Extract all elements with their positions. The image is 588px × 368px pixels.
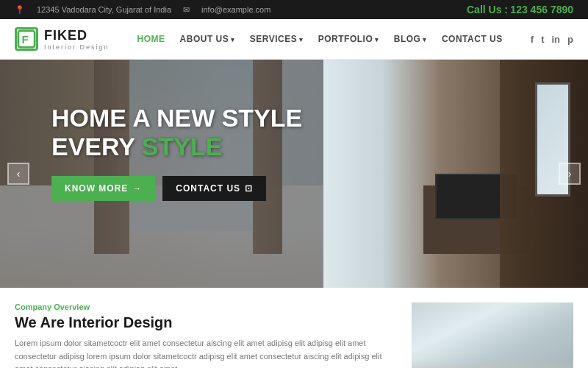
interior-floor <box>412 359 573 368</box>
know-more-label: KNOW MORE <box>65 183 128 194</box>
logo-name: FIKED <box>44 28 110 43</box>
social-twitter[interactable]: t <box>541 34 544 45</box>
logo-icon: F <box>15 27 38 51</box>
contact-us-label: CONTACT US <box>176 183 240 194</box>
hero-title: HOME A NEW STYLE EVERY STYLE <box>51 104 302 161</box>
nav-services[interactable]: SERVICES <box>250 34 304 44</box>
social-icons: f t in p <box>531 34 573 45</box>
social-linkedin[interactable]: in <box>551 34 560 45</box>
logo-subtitle: Interior Design <box>44 43 110 51</box>
hero-next-button[interactable]: › <box>559 163 581 185</box>
phone-number: 123 456 7890 <box>510 4 573 15</box>
call-label: Call Us : <box>467 4 508 15</box>
hero-prev-button[interactable]: ‹ <box>7 163 29 185</box>
logo-text: FIKED Interior Design <box>44 28 110 51</box>
content-image-inner <box>412 302 573 368</box>
content-heading: We Are Interior Design <box>15 314 397 331</box>
hero-content: HOME A NEW STYLE EVERY STYLE KNOW MORE →… <box>51 104 302 201</box>
nav-home[interactable]: HOME <box>137 34 165 44</box>
hero-section: HOME A NEW STYLE EVERY STYLE KNOW MORE →… <box>0 60 588 288</box>
hero-line2-green: STYLE <box>142 132 223 160</box>
header: F FIKED Interior Design HOME ABOUT US SE… <box>0 19 588 60</box>
hero-buttons: KNOW MORE → CONTACT US ⊡ <box>51 176 302 201</box>
prev-arrow-icon: ‹ <box>17 168 21 180</box>
content-section: Company Overview We Are Interior Design … <box>0 288 588 368</box>
email-text: info@example.com <box>201 5 270 14</box>
top-bar: 📍 12345 Vadodara City, Gujarat of India … <box>0 0 588 19</box>
interior-photo <box>412 302 573 368</box>
hero-line2-plain: EVERY <box>51 132 135 160</box>
main-nav: HOME ABOUT US SERVICES PORTFOLIO BLOG CO… <box>137 34 503 44</box>
logo: F FIKED Interior Design <box>15 27 110 51</box>
nav-blog[interactable]: BLOG <box>394 34 427 44</box>
nav-contact[interactable]: CONTACT US <box>442 34 503 44</box>
contact-us-button[interactable]: CONTACT US ⊡ <box>162 176 266 201</box>
know-more-arrow: → <box>132 183 142 194</box>
hero-line1: HOME A NEW STYLE <box>51 104 302 132</box>
top-bar-phone: Call Us : 123 456 7890 <box>467 4 573 15</box>
nav-portfolio[interactable]: PORTFOLIO <box>318 34 379 44</box>
content-image <box>412 302 573 368</box>
nav-about[interactable]: ABOUT US <box>180 34 235 44</box>
logo-svg: F <box>17 29 36 49</box>
social-facebook[interactable]: f <box>531 34 534 45</box>
know-more-button[interactable]: KNOW MORE → <box>51 176 155 201</box>
svg-text:F: F <box>22 34 29 46</box>
monitor-icon: ⊡ <box>245 183 253 194</box>
email-icon: ✉ <box>183 5 190 15</box>
content-overline: Company Overview <box>15 302 397 311</box>
top-bar-contact: 📍 12345 Vadodara City, Gujarat of India … <box>15 5 270 15</box>
content-left: Company Overview We Are Interior Design … <box>15 302 397 368</box>
address-text: 12345 Vadodara City, Gujarat of India <box>37 5 171 14</box>
content-paragraph: Lorem ipsum dolor sitametcoctr elit amet… <box>15 337 397 368</box>
hero-line2: EVERY STYLE <box>51 132 302 161</box>
location-icon: 📍 <box>15 5 25 15</box>
social-pinterest[interactable]: p <box>567 34 573 45</box>
next-arrow-icon: › <box>568 168 572 180</box>
